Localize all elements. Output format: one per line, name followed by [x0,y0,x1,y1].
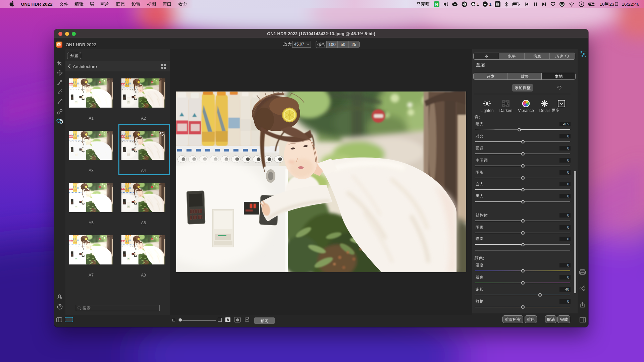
svg-text:?: ? [59,305,61,309]
svg-text:N: N [435,2,438,6]
